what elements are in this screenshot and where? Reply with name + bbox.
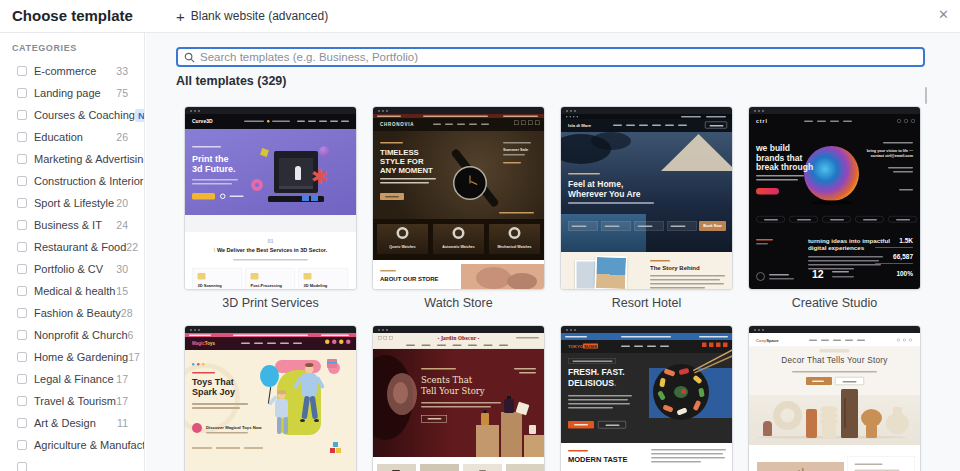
- decor: we build: [756, 144, 790, 154]
- template-thumbnail[interactable]: Isla di Mare Feel at Home,Wherever You A…: [560, 106, 733, 290]
- sidebar-item-education[interactable]: Education26: [0, 126, 144, 148]
- sidebar-item-restaurant-food[interactable]: Restaurant & Food22: [0, 236, 144, 258]
- book-now-button: Book Now: [699, 221, 726, 231]
- template-thumbnail[interactable]: ctrl we buildbrands thatbreak through br…: [748, 106, 921, 290]
- decor: 3D Modeling: [304, 284, 328, 289]
- sidebar-item-nonprofit-church[interactable]: Nonprofit & Church6: [0, 324, 144, 346]
- decor: [568, 407, 613, 409]
- new-badge: New: [135, 109, 145, 122]
- checkbox[interactable]: [17, 132, 27, 142]
- template-thumbnail[interactable]: CozySpace Decor That Tells Your Story: [748, 325, 921, 471]
- tag-pill: [756, 216, 785, 223]
- blank-website-button[interactable]: + Blank website (advanced): [176, 0, 328, 32]
- categories-list: E-commerce33 Landing page75 Courses & Co…: [0, 60, 144, 471]
- decor: 17: [128, 351, 140, 363]
- close-icon[interactable]: ✕: [938, 8, 949, 21]
- social-icon: [535, 121, 540, 126]
- template-card-perfume[interactable]: - Jardin Obscur - Scents ThatTell Your S…: [372, 325, 545, 471]
- decor: SUSHI: [583, 344, 598, 349]
- sidebar-item-home-gardening[interactable]: Home & Gardening17: [0, 346, 144, 368]
- sidebar-item-travel-tourism[interactable]: Travel & Tourism17: [0, 390, 144, 412]
- decor: [568, 395, 632, 397]
- decor: [385, 196, 399, 198]
- decor: [254, 343, 263, 345]
- decor: [821, 340, 829, 342]
- sidebar-item-medical-health[interactable]: Medical & health15: [0, 280, 144, 302]
- decor: [503, 162, 521, 164]
- decor: E-commerce: [34, 65, 96, 77]
- template-card-creative-studio[interactable]: ctrl we buildbrands thatbreak through br…: [748, 106, 921, 290]
- checkbox[interactable]: [17, 264, 27, 274]
- checkbox[interactable]: [17, 66, 27, 76]
- decor: Courses & Coaching: [34, 109, 135, 121]
- decor: [756, 175, 804, 177]
- social-icon: [903, 339, 906, 342]
- sidebar-item-legal-finance[interactable]: Legal & Finance17: [0, 368, 144, 390]
- template-thumbnail[interactable]: - Jardin Obscur - Scents ThatTell Your S…: [372, 325, 545, 471]
- sidebar-item-business-it[interactable]: Business & IT24: [0, 214, 144, 236]
- sidebar-item-sport-lifestyle[interactable]: Sport & Lifestyle20: [0, 192, 144, 214]
- sidebar-item-courses-coaching[interactable]: Courses & CoachingNew8: [0, 104, 144, 126]
- checkbox[interactable]: [17, 198, 27, 208]
- scrollbar-thumb[interactable]: [925, 87, 927, 104]
- template-thumbnail[interactable]: Curve3D Print the3d Future. ✱: [184, 106, 357, 290]
- decor: Toys That: [192, 377, 234, 387]
- checkbox[interactable]: [17, 440, 27, 450]
- checkbox[interactable]: [17, 374, 27, 384]
- template-name: 3D Print Services: [184, 296, 357, 310]
- secondary-button: [598, 421, 626, 429]
- sidebar-item-marketing-advertising[interactable]: Marketing & Advertising25: [0, 148, 144, 170]
- checkbox[interactable]: [17, 330, 27, 340]
- search-input[interactable]: [200, 51, 917, 63]
- decor: [380, 142, 403, 144]
- checkbox[interactable]: [17, 154, 27, 164]
- sidebar-item-landing-page[interactable]: Landing page75: [0, 82, 144, 104]
- hero-headline: Decor That Tells Your Story: [749, 355, 920, 365]
- checkbox[interactable]: [17, 462, 27, 471]
- template-card-toys[interactable]: MagicToys To: [184, 325, 357, 471]
- sidebar-item-portfolio-cv[interactable]: Portfolio & CV30: [0, 258, 144, 280]
- template-card-sushi-restaurant[interactable]: TOKYOSUSHI FRESH. FAST.DELISIOUS.: [560, 325, 733, 471]
- toy-block: [330, 448, 335, 453]
- decor: [804, 121, 813, 123]
- template-card-resort-hotel[interactable]: Isla di Mare Feel at Home,Wherever You A…: [560, 106, 733, 290]
- decor: [230, 196, 244, 198]
- template-card-watch-store[interactable]: CHRONOVIA TIMELESSSTYLE FORANY MOMENT Su…: [372, 106, 545, 290]
- checkbox[interactable]: [17, 308, 27, 318]
- template-card-home-decor[interactable]: CozySpace Decor That Tells Your Story: [748, 325, 921, 471]
- decor: [428, 418, 442, 420]
- decor: Mechanical Watches: [489, 245, 540, 249]
- decor: [192, 179, 238, 181]
- plus-icon: +: [176, 9, 185, 24]
- checkbox[interactable]: [17, 242, 27, 252]
- template-thumbnail[interactable]: MagicToys To: [184, 325, 357, 471]
- cta-button: [380, 193, 404, 200]
- template-thumbnail[interactable]: CHRONOVIA TIMELESSSTYLE FORANY MOMENT Su…: [372, 106, 545, 290]
- checkbox[interactable]: [17, 352, 27, 362]
- sidebar-item-fashion-beauty[interactable]: Fashion & Beauty28: [0, 302, 144, 324]
- decor: [397, 227, 409, 239]
- decor: [377, 115, 401, 117]
- sidebar-item-ecommerce[interactable]: E-commerce33: [0, 60, 144, 82]
- checkbox[interactable]: [17, 110, 27, 120]
- sidebar-item-agriculture-manufacturing[interactable]: Agriculture & Manufacturing9: [0, 434, 144, 456]
- checkbox[interactable]: [17, 88, 27, 98]
- template-name: Watch Store: [372, 296, 545, 310]
- decor: [198, 329, 200, 331]
- decor: [453, 227, 465, 239]
- template-thumbnail[interactable]: TOKYOSUSHI FRESH. FAST.DELISIOUS.: [560, 325, 733, 471]
- checkbox[interactable]: [17, 176, 27, 186]
- template-card-3d-print-services[interactable]: Curve3D Print the3d Future. ✱: [184, 106, 357, 290]
- checkbox[interactable]: [17, 220, 27, 230]
- checkbox[interactable]: [17, 286, 27, 296]
- sidebar-item-art-design[interactable]: Art & Design11: [0, 412, 144, 434]
- decor: [319, 121, 327, 123]
- checkbox[interactable]: [17, 396, 27, 406]
- category-card: Quartz Watches: [377, 224, 428, 254]
- sidebar-item-construction-interior[interactable]: Construction & Interior16: [0, 170, 144, 192]
- section-number: 01: [185, 238, 356, 244]
- browser-bar: [373, 107, 544, 114]
- decor: [565, 336, 587, 338]
- sidebar-item-partial[interactable]: [0, 456, 144, 471]
- checkbox[interactable]: [17, 418, 27, 428]
